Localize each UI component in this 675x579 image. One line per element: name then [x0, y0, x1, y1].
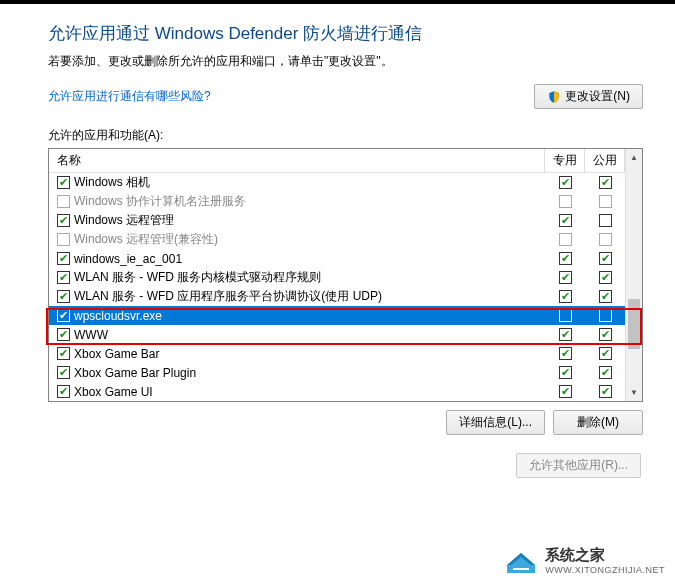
- column-name[interactable]: 名称: [49, 149, 545, 172]
- risk-link[interactable]: 允许应用进行通信有哪些风险?: [48, 88, 211, 105]
- row-enable-checkbox[interactable]: [57, 347, 70, 360]
- row-enable-checkbox[interactable]: [57, 328, 70, 341]
- table-row[interactable]: WWW: [49, 325, 625, 344]
- row-enable-checkbox[interactable]: [57, 309, 70, 322]
- row-name-label: wpscloudsvr.exe: [74, 309, 162, 323]
- row-name-label: WLAN 服务 - WFD 服务内核模式驱动程序规则: [74, 269, 321, 286]
- section-label: 允许的应用和功能(A):: [48, 127, 643, 144]
- row-private-checkbox[interactable]: [559, 385, 572, 398]
- row-public-checkbox[interactable]: [599, 385, 612, 398]
- table-row[interactable]: Windows 远程管理(兼容性): [49, 230, 625, 249]
- row-enable-checkbox[interactable]: [57, 176, 70, 189]
- row-public-checkbox[interactable]: [599, 271, 612, 284]
- table-row[interactable]: Windows 远程管理: [49, 211, 625, 230]
- remove-button[interactable]: 删除(M): [553, 410, 643, 435]
- row-public-checkbox[interactable]: [599, 328, 612, 341]
- change-settings-label: 更改设置(N): [565, 88, 630, 105]
- row-name-label: WWW: [74, 328, 108, 342]
- watermark-title: 系统之家: [545, 546, 665, 565]
- row-public-checkbox[interactable]: [599, 233, 612, 246]
- row-public-checkbox[interactable]: [599, 347, 612, 360]
- apps-listbox: 名称 专用 公用 Windows 相机Windows 协作计算机名注册服务Win…: [48, 148, 643, 402]
- watermark-url: WWW.XITONGZHIJIA.NET: [545, 565, 665, 575]
- table-row[interactable]: windows_ie_ac_001: [49, 249, 625, 268]
- row-private-checkbox[interactable]: [559, 309, 572, 322]
- allow-other-app-button: 允许其他应用(R)...: [516, 453, 641, 478]
- details-button[interactable]: 详细信息(L)...: [446, 410, 545, 435]
- table-row[interactable]: WLAN 服务 - WFD 服务内核模式驱动程序规则: [49, 268, 625, 287]
- scroll-up-button[interactable]: ▲: [626, 149, 642, 166]
- row-enable-checkbox[interactable]: [57, 290, 70, 303]
- row-private-checkbox[interactable]: [559, 366, 572, 379]
- row-enable-checkbox[interactable]: [57, 385, 70, 398]
- row-name-label: Xbox Game Bar Plugin: [74, 366, 196, 380]
- list-body: Windows 相机Windows 协作计算机名注册服务Windows 远程管理…: [49, 173, 625, 401]
- table-row[interactable]: WLAN 服务 - WFD 应用程序服务平台协调协议(使用 UDP): [49, 287, 625, 306]
- row-enable-checkbox[interactable]: [57, 252, 70, 265]
- row-private-checkbox[interactable]: [559, 290, 572, 303]
- row-private-checkbox[interactable]: [559, 195, 572, 208]
- table-row[interactable]: Xbox Game UI: [49, 382, 625, 401]
- row-public-checkbox[interactable]: [599, 290, 612, 303]
- shield-icon: [547, 90, 561, 104]
- row-enable-checkbox[interactable]: [57, 366, 70, 379]
- row-private-checkbox[interactable]: [559, 328, 572, 341]
- page-subtext: 若要添加、更改或删除所允许的应用和端口，请单击"更改设置"。: [48, 53, 643, 70]
- row-name-label: windows_ie_ac_001: [74, 252, 182, 266]
- row-public-checkbox[interactable]: [599, 309, 612, 322]
- page-heading: 允许应用通过 Windows Defender 防火墙进行通信: [48, 22, 643, 45]
- row-enable-checkbox[interactable]: [57, 233, 70, 246]
- table-row[interactable]: Xbox Game Bar: [49, 344, 625, 363]
- table-row[interactable]: Xbox Game Bar Plugin: [49, 363, 625, 382]
- table-row[interactable]: Windows 相机: [49, 173, 625, 192]
- row-public-checkbox[interactable]: [599, 366, 612, 379]
- row-name-label: Windows 相机: [74, 174, 150, 191]
- watermark: 系统之家 WWW.XITONGZHIJIA.NET: [503, 545, 665, 575]
- row-private-checkbox[interactable]: [559, 347, 572, 360]
- column-private[interactable]: 专用: [545, 149, 585, 172]
- change-settings-button[interactable]: 更改设置(N): [534, 84, 643, 109]
- scrollbar[interactable]: ▲ ▼: [625, 149, 642, 401]
- table-row[interactable]: wpscloudsvr.exe: [49, 306, 625, 325]
- watermark-logo-icon: [503, 545, 539, 575]
- row-name-label: Windows 协作计算机名注册服务: [74, 193, 246, 210]
- table-row[interactable]: Windows 协作计算机名注册服务: [49, 192, 625, 211]
- scroll-thumb[interactable]: [628, 299, 640, 349]
- row-name-label: Windows 远程管理(兼容性): [74, 231, 218, 248]
- scroll-down-button[interactable]: ▼: [626, 384, 642, 401]
- row-public-checkbox[interactable]: [599, 214, 612, 227]
- row-enable-checkbox[interactable]: [57, 271, 70, 284]
- row-enable-checkbox[interactable]: [57, 214, 70, 227]
- row-private-checkbox[interactable]: [559, 252, 572, 265]
- row-private-checkbox[interactable]: [559, 233, 572, 246]
- row-enable-checkbox[interactable]: [57, 195, 70, 208]
- svg-rect-0: [513, 568, 529, 570]
- row-private-checkbox[interactable]: [559, 176, 572, 189]
- row-name-label: Xbox Game UI: [74, 385, 153, 399]
- list-header: 名称 专用 公用: [49, 149, 625, 173]
- row-public-checkbox[interactable]: [599, 176, 612, 189]
- column-public[interactable]: 公用: [585, 149, 625, 172]
- row-private-checkbox[interactable]: [559, 214, 572, 227]
- row-name-label: WLAN 服务 - WFD 应用程序服务平台协调协议(使用 UDP): [74, 288, 382, 305]
- row-name-label: Xbox Game Bar: [74, 347, 159, 361]
- row-private-checkbox[interactable]: [559, 271, 572, 284]
- row-public-checkbox[interactable]: [599, 195, 612, 208]
- row-name-label: Windows 远程管理: [74, 212, 174, 229]
- row-public-checkbox[interactable]: [599, 252, 612, 265]
